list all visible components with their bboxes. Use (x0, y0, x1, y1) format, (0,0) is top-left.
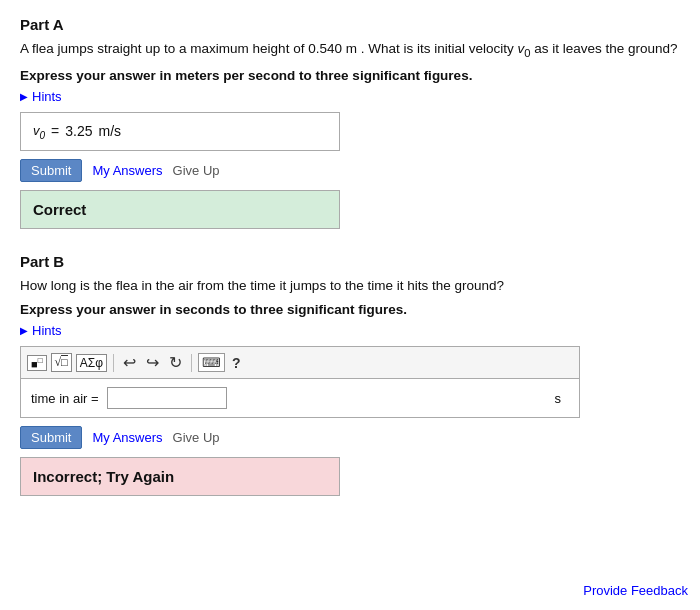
refresh-icon[interactable]: ↻ (166, 351, 185, 374)
part-b-label: Part B (20, 253, 680, 270)
part-a-hints[interactable]: Hints (20, 89, 680, 104)
matrix-icon[interactable]: ■□ (27, 355, 47, 372)
redo-icon[interactable]: ↪ (143, 351, 162, 374)
part-b-hints[interactable]: Hints (20, 323, 680, 338)
provide-feedback-link[interactable]: Provide Feedback (583, 583, 688, 598)
part-a-my-answers-link[interactable]: My Answers (92, 163, 162, 178)
part-a-label: Part A (20, 16, 680, 33)
part-b-section: Part B How long is the flea in the air f… (20, 253, 680, 496)
toolbar-separator-2 (191, 354, 192, 372)
part-b-question: How long is the flea in the air from the… (20, 276, 680, 296)
undo-icon[interactable]: ↩ (120, 351, 139, 374)
part-a-value: 3.25 (65, 123, 92, 139)
part-b-my-answers-link[interactable]: My Answers (92, 430, 162, 445)
help-icon[interactable]: ? (229, 353, 244, 373)
part-a-equals: = (51, 123, 59, 139)
part-b-input-row: time in air = s (21, 379, 579, 417)
part-a-answer-box: v0 = 3.25 m/s (20, 112, 340, 152)
part-a-instruction: Express your answer in meters per second… (20, 68, 680, 83)
part-a-answer-row: v0 = 3.25 m/s (33, 123, 327, 141)
part-a-result-box: Correct (20, 190, 340, 229)
part-b-instruction: Express your answer in seconds to three … (20, 302, 680, 317)
part-a-section: Part A A flea jumps straight up to a max… (20, 16, 680, 229)
part-b-result-box: Incorrect; Try Again (20, 457, 340, 496)
part-a-unit: m/s (99, 123, 122, 139)
toolbar-separator-1 (113, 354, 114, 372)
part-a-result-text: Correct (33, 201, 86, 218)
part-a-give-up-text: Give Up (173, 163, 220, 178)
symbols-icon[interactable]: AΣφ (76, 354, 107, 372)
part-b-unit: s (555, 391, 570, 406)
part-b-submit-button[interactable]: Submit (20, 426, 82, 449)
part-a-action-row: Submit My Answers Give Up (20, 159, 680, 182)
part-a-submit-button[interactable]: Submit (20, 159, 82, 182)
part-b-give-up-text: Give Up (173, 430, 220, 445)
part-b-result-text: Incorrect; Try Again (33, 468, 174, 485)
sqrt-icon[interactable]: √□ (51, 353, 72, 372)
part-a-question: A flea jumps straight up to a maximum he… (20, 39, 680, 62)
keyboard-icon[interactable]: ⌨ (198, 353, 225, 372)
part-b-answer-input[interactable] (107, 387, 227, 409)
part-b-input-box: ■□ √□ AΣφ ↩ ↪ ↻ ⌨ (20, 346, 580, 418)
part-a-var: v0 (33, 123, 45, 141)
page: Part A A flea jumps straight up to a max… (0, 0, 700, 610)
part-b-action-row: Submit My Answers Give Up (20, 426, 680, 449)
part-b-input-label: time in air = (31, 391, 99, 406)
part-b-toolbar: ■□ √□ AΣφ ↩ ↪ ↻ ⌨ (21, 347, 579, 379)
